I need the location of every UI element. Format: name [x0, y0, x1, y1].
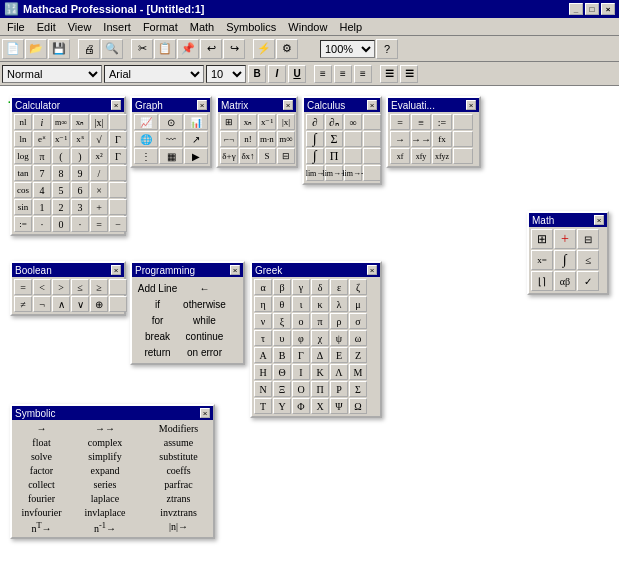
calc-sqrt[interactable]: √: [90, 131, 108, 147]
calc-rparen[interactable]: ): [71, 148, 89, 164]
math-header[interactable]: Math ×: [529, 213, 607, 227]
list-btn[interactable]: ☰: [380, 65, 398, 83]
boolean-close[interactable]: ×: [111, 265, 121, 275]
greek-eta-lower[interactable]: η: [254, 296, 272, 312]
greek-beta-lower[interactable]: β: [273, 279, 291, 295]
bool-lteq[interactable]: ≤: [71, 279, 89, 295]
bool-gteq[interactable]: ≥: [90, 279, 108, 295]
sym-nabs[interactable]: |n|→: [141, 520, 216, 535]
calc-2[interactable]: 2: [52, 199, 70, 215]
calculator-close[interactable]: ×: [111, 100, 121, 110]
greek-lambda-upper[interactable]: Λ: [330, 364, 348, 380]
calculus-header[interactable]: Calculus ×: [304, 98, 380, 112]
greek-pi-upper[interactable]: Π: [311, 381, 329, 397]
greek-xi-upper[interactable]: Ξ: [273, 381, 291, 397]
sym-complex[interactable]: complex: [70, 436, 140, 449]
greek-psi-upper[interactable]: Ψ: [330, 398, 348, 414]
greek-upsilon-upper[interactable]: Υ: [273, 398, 291, 414]
math-close[interactable]: ×: [594, 215, 604, 225]
greek-omicron-upper[interactable]: Ο: [292, 381, 310, 397]
menu-window[interactable]: Window: [283, 20, 332, 34]
mat-7[interactable]: m·n: [258, 131, 276, 147]
graph-header[interactable]: Graph ×: [132, 98, 210, 112]
greek-omicron-lower[interactable]: ο: [292, 313, 310, 329]
calc-lim2[interactable]: lim→+: [325, 165, 343, 181]
calc-xn[interactable]: xₙ: [71, 114, 89, 130]
sym-invfourier[interactable]: invfourier: [14, 506, 69, 519]
prog-for[interactable]: for while: [135, 312, 240, 328]
calc-7[interactable]: 7: [33, 165, 51, 181]
prog-break[interactable]: break continue: [135, 328, 240, 344]
graph-close[interactable]: ×: [197, 100, 207, 110]
evaluation-close[interactable]: ×: [466, 100, 476, 110]
menu-help[interactable]: Help: [334, 20, 367, 34]
calc-gamma[interactable]: Γ: [109, 131, 127, 147]
sym-fourier[interactable]: fourier: [14, 492, 69, 505]
mat-3[interactable]: x⁻¹: [258, 114, 276, 130]
calc-0[interactable]: 0: [52, 216, 70, 232]
greek-kappa-upper[interactable]: Κ: [311, 364, 329, 380]
calc-8[interactable]: 8: [52, 165, 70, 181]
greek-alpha-lower[interactable]: α: [254, 279, 272, 295]
calc-lim3[interactable]: lim→-: [344, 165, 362, 181]
greek-kappa-lower[interactable]: κ: [311, 296, 329, 312]
programming-header[interactable]: Programming ×: [132, 263, 243, 277]
symbolic-header[interactable]: Symbolic ×: [12, 406, 213, 420]
graph-xy[interactable]: 📈: [134, 114, 158, 130]
calc-4[interactable]: 4: [33, 182, 51, 198]
greek-iota-upper[interactable]: Ι: [292, 364, 310, 380]
calc-div[interactable]: /: [90, 165, 108, 181]
greek-xi-lower[interactable]: ξ: [273, 313, 291, 329]
mat-10[interactable]: δx↑: [239, 148, 257, 164]
calc-btn[interactable]: ⚡: [253, 39, 275, 59]
graph-scatter[interactable]: ⋮: [134, 148, 158, 164]
eval-eq[interactable]: =: [390, 114, 410, 130]
calculator-header[interactable]: Calculator ×: [12, 98, 124, 112]
greek-iota-lower[interactable]: ι: [292, 296, 310, 312]
bold-btn[interactable]: B: [248, 65, 266, 83]
mat-8[interactable]: m∞: [277, 131, 295, 147]
graph-anim[interactable]: ▶: [184, 148, 208, 164]
calc-lim1[interactable]: lim→: [306, 165, 324, 181]
bool-lt[interactable]: <: [33, 279, 51, 295]
greek-beta-upper[interactable]: Β: [273, 347, 291, 363]
mat-5[interactable]: ⌐¬: [220, 131, 238, 147]
graph-bar[interactable]: 📊: [184, 114, 208, 130]
greek-tau-lower[interactable]: τ: [254, 330, 272, 346]
mat-1[interactable]: ⊞: [220, 114, 238, 130]
eval-equiv[interactable]: ≡: [411, 114, 431, 130]
greek-eta-upper[interactable]: Η: [254, 364, 272, 380]
eval-xf[interactable]: xf: [390, 148, 410, 164]
calc-eq[interactable]: =: [90, 216, 108, 232]
font-select[interactable]: Arial: [104, 65, 204, 83]
greek-rho-lower[interactable]: ρ: [330, 313, 348, 329]
menu-insert[interactable]: Insert: [98, 20, 136, 34]
graph-polar[interactable]: ⊙: [159, 114, 183, 130]
calc-minus[interactable]: −: [109, 216, 127, 232]
calc-log[interactable]: log: [14, 148, 32, 164]
cut-btn[interactable]: ✂: [131, 39, 153, 59]
math-lteq[interactable]: ≤: [577, 250, 599, 270]
calc-3[interactable]: 3: [71, 199, 89, 215]
bool-eq[interactable]: =: [14, 279, 32, 295]
mat-11[interactable]: S: [258, 148, 276, 164]
graph-contour[interactable]: 〰: [159, 131, 183, 147]
calc-gamma2[interactable]: Γ: [109, 148, 127, 164]
bool-or[interactable]: ∨: [71, 296, 89, 312]
prog-addline[interactable]: Add Line ←: [135, 280, 240, 296]
menu-view[interactable]: View: [63, 20, 97, 34]
align-left-btn[interactable]: ≡: [314, 65, 332, 83]
calc-ln[interactable]: ln: [14, 131, 32, 147]
sym-simplify[interactable]: simplify: [70, 450, 140, 463]
preview-btn[interactable]: 🔍: [101, 39, 123, 59]
sym-invlaplace[interactable]: invlaplace: [70, 506, 140, 519]
copy-btn[interactable]: 📋: [154, 39, 176, 59]
calc-prod[interactable]: Π: [325, 148, 343, 164]
menu-math[interactable]: Math: [185, 20, 219, 34]
calc-i[interactable]: i: [33, 114, 51, 130]
greek-epsilon-upper[interactable]: Ε: [330, 347, 348, 363]
greek-gamma-upper[interactable]: Γ: [292, 347, 310, 363]
mat-4[interactable]: |x|: [277, 114, 295, 130]
calc-assign[interactable]: :=: [14, 216, 32, 232]
calc-lparen[interactable]: (: [52, 148, 70, 164]
